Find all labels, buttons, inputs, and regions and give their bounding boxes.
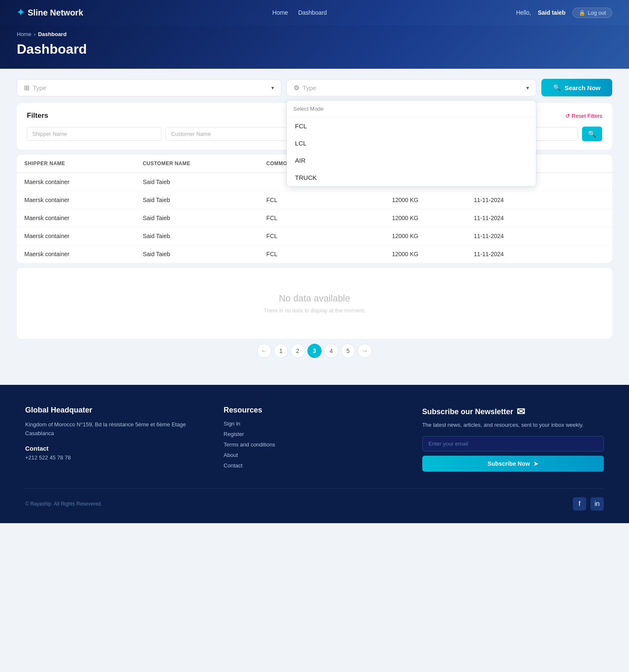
facebook-icon[interactable]: f — [573, 497, 586, 511]
cell-shipper: Maersk container — [17, 245, 135, 263]
page-btn-4[interactable]: 4 — [324, 344, 338, 358]
footer-address: Kingdom of Morocco N°159, Bd la résistan… — [25, 420, 207, 438]
brand: ✦ Sline Network — [17, 7, 83, 18]
filter-search-button[interactable]: 🔍 — [582, 127, 602, 141]
copyright: © Rayaship. All Rights Resevered. — [25, 501, 102, 507]
type-select-2-label: Type — [303, 84, 523, 91]
dropdown-item-truck[interactable]: TRUCK — [287, 169, 536, 186]
reset-filters-button[interactable]: ↺ Reset Filters — [565, 113, 602, 119]
cell-customer: Said Taieb — [135, 245, 259, 263]
search-icon: 🔍 — [553, 84, 561, 91]
page-btn-5[interactable]: 5 — [341, 344, 355, 358]
type-select-1[interactable]: ⊞ Type ▾ — [17, 79, 281, 96]
footer-phone: +212 522 45 78 78 — [25, 454, 207, 461]
newsletter-email-input[interactable] — [422, 436, 604, 451]
footer-link-register[interactable]: Register — [224, 431, 405, 437]
chevron-down-icon-1: ▾ — [271, 85, 274, 91]
prev-page-button[interactable]: ← — [257, 344, 271, 358]
newsletter-desc: The latest news, articles, and resources… — [422, 421, 604, 429]
linkedin-icon[interactable]: in — [590, 497, 604, 511]
newsletter-icon: ✉ — [517, 406, 525, 418]
dropdown-item-fcl[interactable]: FCL — [287, 117, 536, 135]
send-icon: ➤ — [533, 460, 538, 467]
cell-commodity: FCL — [259, 245, 385, 263]
greeting-text: Hello, — [516, 9, 531, 16]
breadcrumb-current: Dashboard — [38, 31, 67, 37]
nav-home[interactable]: Home — [273, 9, 288, 16]
logout-button[interactable]: 🔒 Log out — [572, 8, 612, 18]
footer-link-contact[interactable]: Contact — [224, 462, 405, 469]
shipper-name-input[interactable] — [27, 127, 161, 141]
customer-name-input[interactable] — [166, 127, 300, 141]
mode-icon: ⚙ — [294, 84, 299, 92]
footer-link-about[interactable]: About — [224, 452, 405, 458]
cell-date: 11-11-2024 — [466, 245, 612, 263]
table-row: Maersk container Said Taieb FCL 12000 KG… — [17, 245, 612, 263]
filter-search-icon: 🔍 — [588, 130, 596, 138]
page-btn-2[interactable]: 2 — [291, 344, 305, 358]
logout-label: Log out — [588, 10, 606, 16]
footer-resources-title: Resources — [224, 406, 405, 415]
dropdown-menu: Select Mode FCL LCL AIR TRUCK — [286, 100, 537, 187]
dropdown-item-air[interactable]: AIR — [287, 152, 536, 169]
type-select-1-label: Type — [33, 84, 268, 91]
username: Said taieb — [538, 9, 565, 16]
navbar: ✦ Sline Network Home Dashboard Hello, Sa… — [0, 0, 629, 25]
cell-shipper: Maersk container — [17, 173, 135, 191]
cell-shipper: Maersk container — [17, 227, 135, 245]
search-button[interactable]: 🔍 Search Now — [541, 79, 612, 96]
cell-date: 11-11-2024 — [466, 191, 612, 209]
dropdown-header: Select Mode — [287, 101, 536, 117]
cell-customer: Said Taieb — [135, 209, 259, 227]
pagination: ← 1 2 3 4 5 → — [17, 344, 612, 358]
type-select-2[interactable]: ⚙ Type ▾ — [286, 79, 537, 96]
reset-icon: ↺ — [565, 113, 570, 119]
footer-newsletter-col: Subscribe our Newsletter ✉ The latest ne… — [422, 406, 604, 472]
cell-customer: Said Taieb — [135, 227, 259, 245]
page-btn-1[interactable]: 1 — [274, 344, 288, 358]
footer-hq-col: Global Headquater Kingdom of Morocco N°1… — [25, 406, 207, 472]
chevron-down-icon-2: ▾ — [526, 85, 529, 91]
table-row: Maersk container Said Taieb FCL 12000 KG… — [17, 191, 612, 209]
brand-name: Sline Network — [28, 8, 83, 18]
table-row: Maersk container Said Taieb FCL 12000 KG… — [17, 209, 612, 227]
brand-icon: ✦ — [17, 7, 24, 18]
footer-link-signin[interactable]: Sign in — [224, 420, 405, 427]
col-customer-name: Customer Name — [135, 155, 259, 173]
footer-socials: f in — [573, 497, 604, 511]
page-btn-3[interactable]: 3 — [307, 344, 322, 358]
search-btn-label: Search Now — [564, 84, 600, 91]
nav-right: Hello, Said taieb 🔒 Log out — [516, 8, 612, 18]
footer-hq-title: Global Headquater — [25, 406, 207, 415]
col-shipper-name: Shipper Name — [17, 155, 135, 173]
dropdown-wrapper: ⚙ Type ▾ Select Mode FCL LCL AIR TRUCK — [286, 79, 537, 96]
no-data-card: No data available There is no data to di… — [17, 268, 612, 339]
footer: Global Headquater Kingdom of Morocco N°1… — [0, 385, 629, 523]
page-title: Dashboard — [17, 42, 612, 57]
reset-label: Reset Filters — [572, 113, 602, 119]
cell-shipper: Maersk container — [17, 209, 135, 227]
cell-commodity: FCL — [259, 227, 385, 245]
newsletter-label: Subscribe our Newsletter — [422, 407, 513, 416]
no-data-subtitle: There is no data to display at the momen… — [25, 307, 604, 314]
search-bar: ⊞ Type ▾ ⚙ Type ▾ Select Mode FCL LCL AI… — [17, 79, 612, 96]
no-data-title: No data available — [25, 293, 604, 304]
breadcrumb-separator: › — [34, 31, 36, 37]
cell-weight: 12000 KG — [385, 191, 466, 209]
cell-shipper: Maersk container — [17, 191, 135, 209]
page-header: Home › Dashboard Dashboard — [0, 25, 629, 69]
subscribe-button[interactable]: Subscribe Now ➤ — [422, 456, 604, 472]
nav-dashboard[interactable]: Dashboard — [298, 9, 327, 16]
main-content: ⊞ Type ▾ ⚙ Type ▾ Select Mode FCL LCL AI… — [0, 69, 629, 385]
footer-resources-col: Resources Sign in Register Terms and con… — [224, 406, 405, 472]
footer-link-terms[interactable]: Terms and conditions — [224, 441, 405, 448]
cell-weight: 12000 KG — [385, 227, 466, 245]
next-page-button[interactable]: → — [358, 344, 372, 358]
breadcrumb-home[interactable]: Home — [17, 31, 31, 37]
cell-weight: 12000 KG — [385, 209, 466, 227]
subscribe-label: Subscribe Now — [488, 460, 530, 467]
cell-customer: Said Taieb — [135, 191, 259, 209]
lock-icon: 🔒 — [579, 10, 585, 16]
dropdown-item-lcl[interactable]: LCL — [287, 135, 536, 152]
grid-icon: ⊞ — [24, 84, 29, 92]
